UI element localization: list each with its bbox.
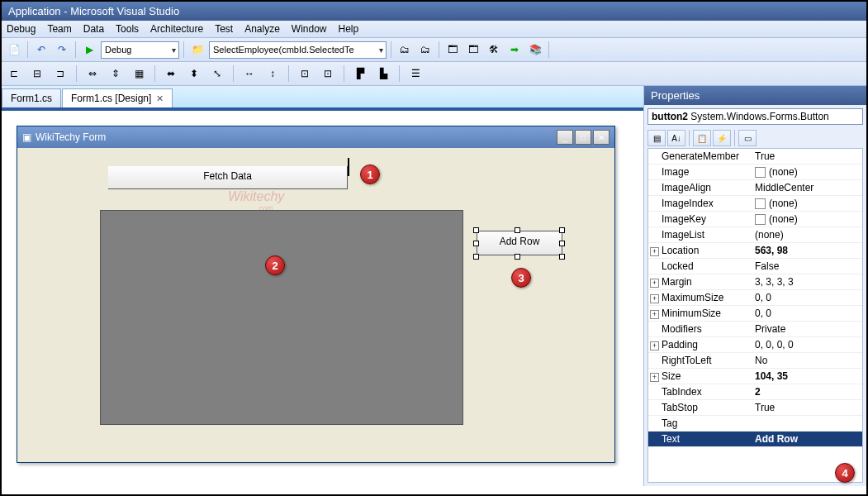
find-dropdown[interactable]: SelectEmployee(cmbId.SelectedTe <box>209 41 387 59</box>
property-name: Padding <box>662 339 698 351</box>
menu-team[interactable]: Team <box>47 23 71 35</box>
toolbox-icon[interactable]: 🗂 <box>396 41 414 59</box>
property-value: 104, 35 <box>755 370 788 382</box>
menu-analyze[interactable]: Analyze <box>244 23 280 35</box>
property-row[interactable]: +Padding0, 0, 0, 0 <box>648 337 862 353</box>
minimize-button[interactable]: _ <box>557 130 573 145</box>
standard-toolbar: 📄 ↶ ↷ ▶ Debug 📁 SelectEmployee(cmbId.Sel… <box>2 38 866 62</box>
size-both-icon[interactable]: ⤡ <box>208 64 226 83</box>
property-name: Location <box>662 245 699 256</box>
property-value: 3, 3, 3, 3 <box>755 276 794 288</box>
property-row[interactable]: +Location563, 98 <box>648 243 862 259</box>
dist-h-icon[interactable]: ⇔ <box>83 64 102 83</box>
center-v-icon[interactable]: ⊡ <box>319 64 337 83</box>
form-icon: ▣ <box>22 131 31 143</box>
send-back-icon[interactable]: ▙ <box>374 64 392 83</box>
stack-icon[interactable]: 📚 <box>526 41 544 59</box>
align-center-icon[interactable]: ⊟ <box>28 64 46 83</box>
export-icon[interactable]: ➡ <box>505 41 524 59</box>
config-dropdown[interactable]: Debug <box>101 41 179 59</box>
property-value: (none) <box>769 198 798 209</box>
property-row[interactable]: +MinimumSize0, 0 <box>648 306 862 322</box>
property-name: Size <box>662 370 681 382</box>
window2-icon[interactable]: 🗔 <box>464 41 482 59</box>
property-value: 563, 98 <box>755 245 788 256</box>
window-icon[interactable]: 🗔 <box>443 41 462 59</box>
menu-test[interactable]: Test <box>215 23 233 35</box>
tools-icon[interactable]: 🛠 <box>485 41 503 59</box>
form-designer[interactable]: ▣ WikiTechy Form _ □ ✕ Wikitechy .com Fe… <box>2 107 643 486</box>
menu-architecture[interactable]: Architecture <box>150 23 203 35</box>
property-row[interactable]: GenerateMemberTrue <box>648 149 862 165</box>
expand-icon[interactable]: + <box>650 373 659 382</box>
maximize-button[interactable]: □ <box>575 130 591 145</box>
add-row-button[interactable]: Add Row <box>477 231 562 255</box>
tab-order-icon[interactable]: ☰ <box>406 64 425 83</box>
property-row[interactable]: ImageAlignMiddleCenter <box>648 180 862 196</box>
layout-toolbar: ⊏ ⊟ ⊐ ⇔ ⇕ ▦ ⬌ ⬍ ⤡ ↔ ↕ ⊡ ⊡ ▛ ▙ ☰ <box>2 62 866 86</box>
property-row[interactable]: TabIndex2 <box>648 384 862 400</box>
property-row[interactable]: ImageList(none) <box>648 227 862 243</box>
document-tab[interactable]: Form1.cs [Design]✕ <box>62 88 173 107</box>
fetch-data-button[interactable]: Fetch Data <box>108 166 348 189</box>
categorized-icon[interactable]: ▤ <box>647 130 666 146</box>
property-row[interactable]: +Size104, 35 <box>648 369 862 384</box>
property-value: (none) <box>769 166 798 178</box>
close-button[interactable]: ✕ <box>593 130 609 145</box>
property-value: True <box>755 402 775 413</box>
property-row[interactable]: LockedFalse <box>648 259 862 274</box>
add-item-icon[interactable]: 📄 <box>5 41 23 59</box>
redo-icon[interactable]: ↷ <box>53 41 71 59</box>
property-row[interactable]: +Margin3, 3, 3, 3 <box>648 274 862 290</box>
events-icon[interactable]: ⚡ <box>713 130 731 146</box>
expand-icon[interactable]: + <box>650 341 659 351</box>
property-row[interactable]: TextAdd Row <box>648 432 862 447</box>
alphabetical-icon[interactable]: A↓ <box>667 130 685 146</box>
property-row[interactable]: ImageIndex(none) <box>648 196 862 212</box>
property-name: RightToLeft <box>662 355 712 366</box>
property-grid[interactable]: GenerateMemberTrueImage(none)ImageAlignM… <box>647 148 863 483</box>
menu-help[interactable]: Help <box>339 23 359 35</box>
datagrid-control[interactable] <box>100 210 463 425</box>
folder-icon[interactable]: 📁 <box>188 41 206 59</box>
property-row[interactable]: RightToLeftNo <box>648 353 862 369</box>
properties-object-selector[interactable]: button2 System.Windows.Forms.Button <box>647 108 863 125</box>
menu-tools[interactable]: Tools <box>116 23 139 35</box>
property-name: ImageList <box>662 229 704 241</box>
property-value: 2 <box>755 386 761 398</box>
group-icon[interactable]: ▦ <box>130 64 148 83</box>
menu-window[interactable]: Window <box>292 23 327 35</box>
tab-close-icon[interactable]: ✕ <box>156 93 164 104</box>
property-pages-icon[interactable]: ▭ <box>738 130 757 146</box>
size-h-icon[interactable]: ⬌ <box>162 64 180 83</box>
align-right-icon[interactable]: ⊐ <box>51 64 69 83</box>
menu-debug[interactable]: Debug <box>7 23 36 35</box>
property-row[interactable]: ImageKey(none) <box>648 212 862 227</box>
property-row[interactable]: TabStopTrue <box>648 400 862 416</box>
undo-icon[interactable]: ↶ <box>32 41 50 59</box>
property-value: MiddleCenter <box>755 182 813 193</box>
design-form-window[interactable]: ▣ WikiTechy Form _ □ ✕ Wikitechy .com Fe… <box>17 126 615 463</box>
properties-icon[interactable]: 📋 <box>693 130 711 146</box>
space-h-icon[interactable]: ↔ <box>240 64 259 83</box>
property-row[interactable]: Image(none) <box>648 165 862 180</box>
property-row[interactable]: Tag <box>648 416 862 432</box>
size-v-icon[interactable]: ⬍ <box>185 64 203 83</box>
property-row[interactable]: ModifiersPrivate <box>648 322 862 337</box>
dist-v-icon[interactable]: ⇕ <box>107 64 125 83</box>
menu-data[interactable]: Data <box>83 23 104 35</box>
expand-icon[interactable]: + <box>650 310 659 319</box>
expand-icon[interactable]: + <box>650 247 659 256</box>
layers-icon[interactable]: 🗂 <box>416 41 434 59</box>
property-name: Locked <box>662 260 694 272</box>
expand-icon[interactable]: + <box>650 294 659 303</box>
center-h-icon[interactable]: ⊡ <box>296 64 314 83</box>
play-icon[interactable]: ▶ <box>80 41 98 59</box>
property-row[interactable]: +MaximumSize0, 0 <box>648 290 862 306</box>
space-v-icon[interactable]: ↕ <box>263 64 282 83</box>
expand-icon[interactable]: + <box>650 279 659 288</box>
bring-front-icon[interactable]: ▛ <box>351 64 369 83</box>
document-tab[interactable]: Form1.cs <box>2 88 61 107</box>
document-area: Form1.csForm1.cs [Design]✕ ▣ WikiTechy F… <box>2 86 643 486</box>
align-left-icon[interactable]: ⊏ <box>5 64 23 83</box>
